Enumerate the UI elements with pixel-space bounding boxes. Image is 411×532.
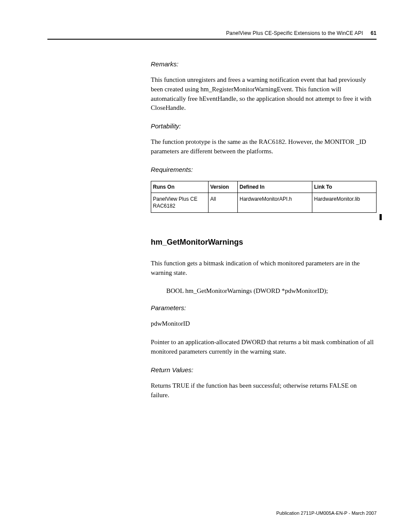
parameters-heading: Parameters: [151,304,377,311]
table-header-row: Runs On Version Defined In Link To [151,181,377,193]
function-heading: hm_GetMonitorWarnings [151,238,377,247]
cell-runs-on: PanelView Plus CE RAC6182 [151,193,209,213]
col-version: Version [209,181,238,193]
remarks-heading: Remarks: [151,60,377,68]
col-runs-on: Runs On [151,181,209,193]
page-number: 61 [371,30,377,36]
remarks-body: This function unregisters and frees a wa… [151,75,377,113]
function-intro: This function gets a bitmask indication … [151,259,377,278]
return-values-body: Returns TRUE if the function has been su… [151,381,377,400]
requirements-heading: Requirements: [151,166,377,173]
col-link-to: Link To [312,181,377,193]
cell-defined-in: HardwareMonitorAPI.h [238,193,312,213]
header-title: PanelView Plus CE-Specific Extensions to… [226,30,363,36]
param-description: Pointer to an application-allocated DWOR… [151,338,377,357]
cell-link-to: HardwareMonitor.lib [312,193,377,213]
requirements-table: Runs On Version Defined In Link To Panel… [151,181,377,213]
change-bar-icon [380,214,382,220]
portability-heading: Portability: [151,122,377,130]
running-header: PanelView Plus CE-Specific Extensions to… [47,30,377,36]
param-name: pdwMonitorID [151,319,377,329]
col-defined-in: Defined In [238,181,312,193]
function-signature: BOOL hm_GetMonitorWarnings (DWORD *pdwMo… [166,287,377,295]
return-values-heading: Return Values: [151,366,377,373]
header-rule [47,39,377,40]
cell-version: All [209,193,238,213]
table-row: PanelView Plus CE RAC6182 All HardwareMo… [151,193,377,213]
portability-body: The function prototype is the same as th… [151,137,377,156]
footer-publication: Publication 2711P-UM005A-EN-P - March 20… [276,510,377,516]
